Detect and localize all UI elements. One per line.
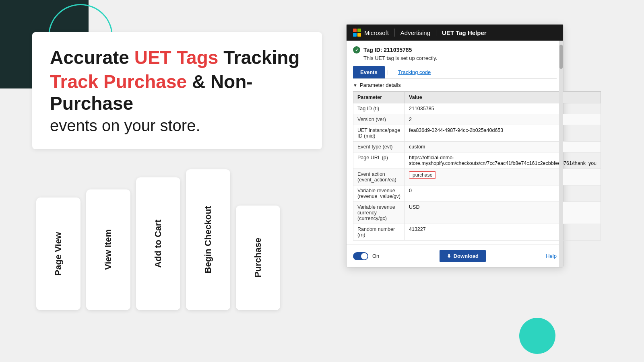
headline-line3: events on your store. [50, 117, 304, 135]
download-button[interactable]: ⬇ Download [440, 250, 486, 262]
param-cell: Event type (evt) [353, 142, 405, 152]
tab-events[interactable]: Events [353, 66, 385, 78]
param-cell: UET instance/page ID (mid) [353, 125, 405, 142]
on-off-toggle[interactable] [353, 252, 368, 260]
headline-line1: Accurate UET Tags Tracking [50, 47, 304, 68]
microsoft-branding: Microsoft [353, 29, 395, 37]
card-add-cart-label: Add to Cart [147, 212, 170, 276]
param-details-header[interactable]: ▼ Parameter details [353, 82, 557, 88]
param-cell: Tag ID (ti) [353, 103, 405, 114]
col-parameter: Parameter [353, 92, 405, 103]
download-icon: ⬇ [447, 253, 451, 259]
panel-title: UET Tag Helper [436, 29, 487, 36]
tag-setup-status: This UET tag is set up correctly. [353, 55, 557, 61]
col-value: Value [405, 92, 601, 103]
panel-scrollbar[interactable] [559, 41, 563, 267]
table-row: Variable revenue currency (currency/gc)U… [353, 202, 601, 224]
value-cell: 211035785 [405, 103, 601, 114]
scrollbar-thumb [559, 45, 563, 69]
uet-tag-helper-panel: Microsoft Advertising UET Tag Helper ✓ T… [346, 24, 564, 267]
card-add-to-cart: Add to Cart [136, 177, 180, 310]
download-label: Download [454, 253, 479, 259]
microsoft-label: Microsoft [364, 29, 389, 36]
headline-line2: Track Purchase & Non-Purchase [50, 71, 304, 114]
table-row: Variable revenue (revenue_value/gv)0 [353, 185, 601, 202]
bg-teal-circle [519, 318, 555, 354]
value-cell: https://official-demo-store.myshopify.co… [405, 152, 601, 169]
value-cell: 413227 [405, 224, 601, 241]
card-begin-checkout: Begin Checkout [186, 169, 230, 310]
check-icon: ✓ [353, 46, 360, 53]
card-purchase-label: Purchase [246, 230, 270, 286]
value-cell: 2 [405, 114, 601, 125]
event-cards-container: Page View View Item Add to Cart Begin Ch… [32, 169, 322, 310]
param-table: Parameter Value Tag ID (ti)211035785Vers… [353, 91, 601, 241]
table-row: Random number (rn)413227 [353, 224, 601, 241]
table-row: UET instance/page ID (mid)fea836d9-0244-… [353, 125, 601, 142]
table-row: Page URL (p)https://official-demo-store.… [353, 152, 601, 169]
panel-tabs: Events | Tracking code [353, 66, 557, 79]
table-row: Version (ver)2 [353, 114, 601, 125]
purchase-badge: purchase [409, 171, 436, 179]
card-view-item: View Item [86, 189, 130, 310]
param-cell: Variable revenue (revenue_value/gv) [353, 185, 405, 202]
panel-body: ✓ Tag ID: 211035785 This UET tag is set … [347, 41, 563, 241]
card-purchase: Purchase [236, 206, 280, 310]
microsoft-logo [353, 29, 361, 37]
param-cell: Version (ver) [353, 114, 405, 125]
value-cell: purchase [405, 169, 601, 185]
table-row: Event action (event_action/ea)purchase [353, 169, 601, 185]
tag-id-text: Tag ID: 211035785 [363, 47, 412, 53]
value-cell: fea836d9-0244-4987-94cc-2b025a40d653 [405, 125, 601, 142]
param-details-label: Parameter details [360, 82, 401, 88]
param-cell: Random number (rn) [353, 224, 405, 241]
advertising-label: Advertising [395, 29, 436, 36]
table-row: Tag ID (ti)211035785 [353, 103, 601, 114]
value-cell: 0 [405, 185, 601, 202]
panel-header: Microsoft Advertising UET Tag Helper [347, 25, 563, 41]
toggle-on-label: On [372, 253, 379, 259]
param-cell: Variable revenue currency (currency/gc) [353, 202, 405, 224]
tab-tracking-code[interactable]: Tracking code [391, 66, 438, 78]
headline-uet-tags: UET Tags [134, 47, 219, 68]
value-cell: custom [405, 142, 601, 152]
card-page-view-label: Page View [47, 224, 70, 284]
card-page-view: Page View [36, 197, 80, 310]
table-row: Event type (evt)custom [353, 142, 601, 152]
tag-id-row: ✓ Tag ID: 211035785 [353, 46, 557, 53]
left-content-area: Accurate UET Tags Tracking Track Purchas… [32, 32, 322, 310]
arrow-down-icon: ▼ [353, 83, 357, 88]
param-cell: Page URL (p) [353, 152, 405, 169]
panel-footer: On ⬇ Download Help [347, 245, 563, 267]
value-cell: USD [405, 202, 601, 224]
headline-box: Accurate UET Tags Tracking Track Purchas… [32, 32, 322, 149]
footer-left: On [353, 252, 379, 260]
help-link[interactable]: Help [546, 253, 557, 259]
param-cell: Event action (event_action/ea) [353, 169, 405, 185]
card-begin-checkout-label: Begin Checkout [196, 198, 220, 281]
card-view-item-label: View Item [97, 221, 120, 278]
tab-divider: | [385, 66, 391, 78]
headline-non-purchase: & Non-Purchase [50, 71, 253, 114]
